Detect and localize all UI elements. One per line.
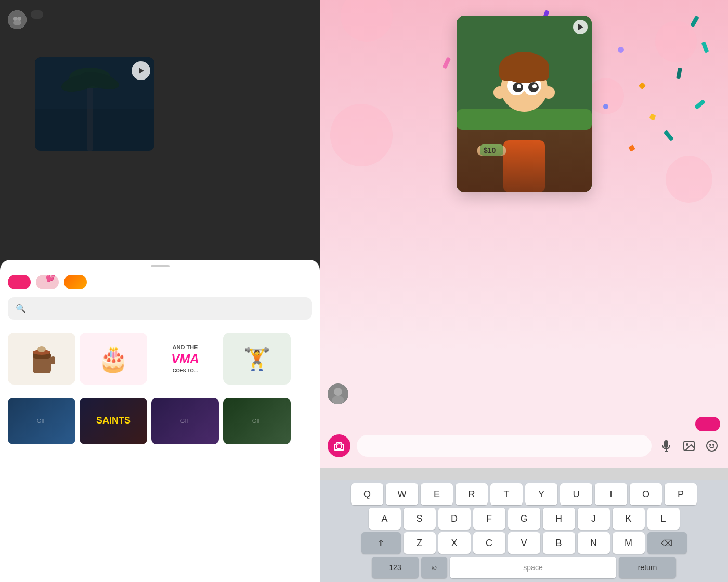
story-gradient (457, 130, 592, 192)
avatar-furrycuddlehub (8, 10, 27, 29)
key-u[interactable]: U (560, 483, 592, 505)
microphone-button[interactable] (658, 438, 674, 454)
svg-point-33 (542, 86, 555, 99)
key-m[interactable]: M (613, 532, 645, 554)
key-k[interactable]: K (613, 508, 645, 530)
key-t[interactable]: T (490, 483, 523, 505)
numbers-key[interactable]: 123 (372, 557, 419, 578)
svg-rect-18 (457, 109, 592, 130)
key-e[interactable]: E (421, 483, 453, 505)
gif-thumb-3[interactable]: GIF (151, 398, 219, 444)
autocomplete-bar (320, 468, 728, 480)
story-card[interactable]: $10 (457, 16, 592, 192)
right-timestamp (328, 408, 720, 413)
key-l[interactable]: L (647, 508, 680, 530)
svg-rect-13 (51, 356, 55, 364)
svg-point-36 (332, 396, 344, 404)
svg-point-25 (532, 84, 537, 88)
key-s[interactable]: S (404, 508, 436, 530)
sticker-person[interactable]: 🏋️ (223, 333, 291, 385)
key-b[interactable]: B (543, 532, 575, 554)
svg-point-44 (713, 444, 714, 445)
svg-point-3 (13, 20, 21, 25)
gif-thumb-2[interactable]: SAINTS (80, 398, 147, 444)
emoji-key[interactable]: ☺ (421, 557, 447, 578)
keyboard: Q W E R T Y U I O P A S D F G H J K L ⇧ … (320, 480, 728, 582)
input-icons (658, 438, 720, 454)
autocomplete-he[interactable] (456, 472, 592, 476)
timestamp-fri (8, 44, 312, 52)
key-n[interactable]: N (578, 532, 610, 554)
key-d[interactable]: D (438, 508, 471, 530)
key-q[interactable]: Q (351, 483, 383, 505)
key-y[interactable]: Y (525, 483, 557, 505)
key-x[interactable]: X (438, 532, 471, 554)
gif-thumb-4[interactable]: GIF (223, 398, 291, 444)
return-key[interactable]: return (619, 557, 676, 578)
story-play-icon (578, 24, 583, 30)
svg-rect-27 (499, 62, 549, 81)
key-o[interactable]: O (630, 483, 662, 505)
key-c[interactable]: C (473, 532, 505, 554)
person-silhouette: 🏋️ (243, 346, 270, 372)
gifs-row: GIF SAINTS GIF GIF (0, 398, 320, 444)
stickers-title (0, 327, 320, 333)
sticker-cake[interactable]: 🎂 (80, 333, 147, 385)
key-j[interactable]: J (578, 508, 610, 530)
input-bar (320, 429, 728, 462)
gifs-title (0, 392, 320, 398)
message-input[interactable] (357, 435, 652, 457)
key-a[interactable]: A (369, 508, 401, 530)
autocomplete-hmm[interactable] (592, 472, 728, 476)
key-f[interactable]: F (473, 508, 505, 530)
right-panel: $10 (320, 0, 728, 582)
congrats-button-hearts[interactable]: 💕 (36, 275, 59, 289)
drag-handle[interactable] (151, 265, 170, 267)
sticker-coffee[interactable]: ~ (8, 333, 75, 385)
cake-emoji: 🎂 (98, 344, 129, 373)
shift-key[interactable]: ⇧ (361, 532, 401, 554)
play-button-2[interactable] (132, 61, 150, 80)
svg-point-41 (686, 444, 688, 445)
video-row (8, 57, 312, 151)
left-panel: 💕 🔍 ~ 🎂 (0, 0, 320, 582)
space-key[interactable]: space (450, 557, 616, 578)
key-i[interactable]: I (595, 483, 627, 505)
key-p[interactable]: P (665, 483, 697, 505)
backspace-key[interactable]: ⌫ (647, 532, 687, 554)
image-button[interactable] (681, 438, 697, 454)
mtv-text: AND THE VMA GOES TO... (171, 344, 199, 374)
search-input[interactable] (31, 304, 304, 313)
key-w[interactable]: W (386, 483, 418, 505)
key-h[interactable]: H (543, 508, 575, 530)
key-r[interactable]: R (456, 483, 488, 505)
congrats-row: 💕 (0, 275, 320, 297)
key-z[interactable]: Z (404, 532, 436, 554)
story-play-button[interactable] (573, 20, 588, 34)
message-row-1 (8, 10, 312, 29)
congrats-button-orange[interactable] (64, 275, 87, 289)
keyboard-row-4: 123 ☺ space return (322, 557, 726, 578)
autocomplete-hi[interactable] (320, 472, 456, 476)
video-thumbnail-palm[interactable] (35, 57, 154, 151)
key-g[interactable]: G (508, 508, 540, 530)
stickers-grid: ~ 🎂 AND THE VMA GOES TO... 🏋️ (0, 333, 320, 392)
sticker-mtv[interactable]: AND THE VMA GOES TO... (151, 333, 219, 385)
keyboard-row-2: A S D F G H J K L (322, 508, 726, 530)
sticker-button[interactable] (704, 438, 720, 454)
username-bubble (31, 10, 43, 19)
svg-point-1 (13, 17, 17, 21)
svg-point-2 (17, 17, 21, 21)
right-avatar (328, 383, 348, 404)
search-bar[interactable]: 🔍 (8, 297, 312, 320)
svg-point-42 (707, 441, 717, 451)
key-v[interactable]: V (508, 532, 540, 554)
gif-thumb-1[interactable]: GIF (8, 398, 75, 444)
emoji-row-1 (8, 34, 312, 38)
svg-point-0 (8, 10, 27, 29)
camera-button[interactable] (328, 434, 350, 457)
congrats-button-pink[interactable] (8, 275, 31, 289)
keyboard-row-3: ⇧ Z X C V B N M ⌫ (322, 532, 726, 554)
play-icon (139, 68, 144, 74)
svg-text:~: ~ (40, 348, 43, 352)
